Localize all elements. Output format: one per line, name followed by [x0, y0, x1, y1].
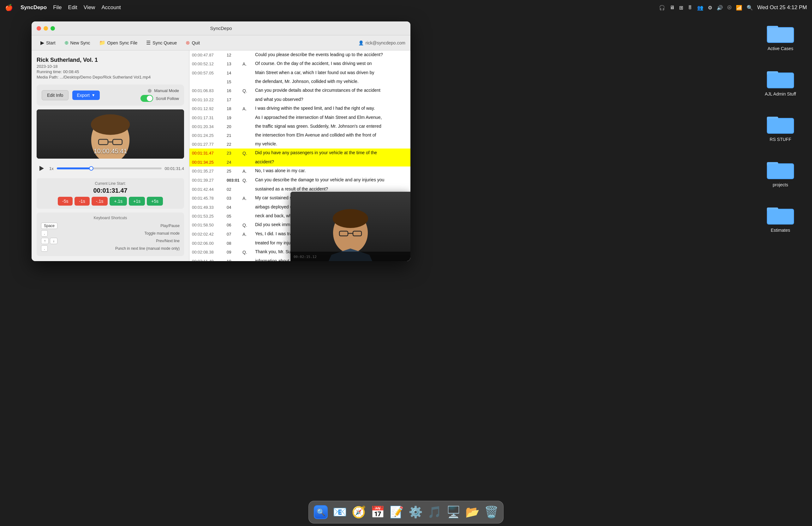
menu-appname[interactable]: SyncDepo: [20, 4, 47, 11]
table-row[interactable]: 00:00:57.0514Main Street when a car, whi…: [189, 69, 410, 77]
dock-finder[interactable]: 🔍: [312, 503, 330, 521]
dock-calendar[interactable]: 📅: [369, 503, 387, 521]
transcript-line-number: 15: [227, 78, 243, 85]
progress-thumb[interactable]: [89, 166, 93, 170]
table-row[interactable]: 00:01:39.27003:01Q.Can you describe the …: [189, 176, 410, 185]
progress-bar[interactable]: [57, 167, 162, 169]
menubar: 🍎 SyncDepo File Edit View Account 🎧 🖥 ⊞ …: [0, 0, 812, 15]
table-row[interactable]: 00:01:17.3119As I approached the interse…: [189, 113, 410, 122]
sync-queue-button[interactable]: ☰ Sync Queue: [142, 38, 180, 48]
transcript-speaker: A.: [243, 105, 255, 112]
table-row[interactable]: 00:01:31.4723Q.Did you have any passenge…: [189, 149, 410, 158]
transcript-text: I was driving within the speed limit, an…: [255, 105, 408, 111]
dock-terminal[interactable]: 🖥️: [445, 503, 462, 521]
edit-info-button[interactable]: Edit Info: [42, 90, 69, 100]
transcript-speaker: Q.: [243, 177, 255, 184]
transcript-line-number: 20: [227, 123, 243, 130]
dock-files[interactable]: 📂: [463, 503, 481, 521]
table-row[interactable]: 00:01:34.2524accident?: [189, 158, 410, 166]
transcript-time: 00:01:17.31: [192, 114, 227, 121]
apple-menu[interactable]: 🍎: [5, 4, 13, 11]
table-row[interactable]: 15the defendant, Mr. Johnson, collided w…: [189, 77, 410, 86]
transcript-text: accident?: [255, 159, 408, 165]
table-row[interactable]: 00:01:10.2217and what you observed?: [189, 95, 410, 104]
folder-projects[interactable]: projects: [762, 158, 799, 187]
offset-minus-point1s[interactable]: -.1s: [91, 197, 108, 206]
offset-buttons: -5s -1s -.1s +.1s +1s +5s: [41, 197, 180, 206]
dock-notes[interactable]: 📝: [388, 503, 405, 521]
transcript-speaker: A.: [243, 167, 255, 175]
svg-rect-6: [768, 73, 793, 88]
window-maximize-btn[interactable]: [50, 26, 55, 31]
window-close-btn[interactable]: [37, 26, 41, 31]
apps-icon: ⚙: [708, 5, 712, 11]
window-titlebar: SyncDepo: [32, 21, 410, 35]
table-row[interactable]: 00:01:27.7722my vehicle.: [189, 140, 410, 149]
new-sync-button[interactable]: ⊕ New Sync: [61, 38, 94, 48]
playback-speed[interactable]: 1x: [49, 166, 54, 171]
play-button[interactable]: [37, 164, 46, 173]
folder-active-cases[interactable]: Active Cases: [762, 21, 799, 51]
table-row[interactable]: 00:01:35.2725A.No, I was alone in my car…: [189, 166, 410, 176]
shortcut-key-space: Space: [41, 223, 57, 229]
faces-icon: 👥: [697, 5, 704, 11]
search-icon[interactable]: 🔍: [746, 5, 753, 11]
menubar-right: 🎧 🖥 ⊞ 🎚 👥 ⚙ 🔊 ⦾ 📶 🔍 Wed Oct 25 4:12 PM: [659, 0, 807, 15]
transcript-speaker: [243, 212, 255, 213]
dock-trash[interactable]: 🗑️: [482, 503, 500, 521]
scroll-follow-row[interactable]: Scroll Follow: [141, 95, 179, 102]
transcript-speaker: [243, 186, 255, 186]
svg-point-32: [333, 209, 368, 228]
window-title: SyncDepo: [210, 26, 232, 31]
menu-edit[interactable]: Edit: [68, 4, 77, 11]
table-row[interactable]: 00:01:20.3420the traffic signal was gree…: [189, 122, 410, 131]
quit-button[interactable]: ⊗ Quit: [182, 38, 204, 48]
transcript-line-number: 08: [227, 240, 243, 246]
transcript-time: 00:01:06.83: [192, 87, 227, 94]
open-sync-file-button[interactable]: 📁 Open Sync File: [95, 38, 142, 48]
menu-view[interactable]: View: [84, 4, 95, 11]
transcript-text: my vehicle.: [255, 141, 408, 147]
transcript-line-number: 21: [227, 132, 243, 139]
transcript-line-number: 16: [227, 87, 243, 94]
manual-mode-indicator: [148, 89, 151, 93]
window-controls: [37, 26, 55, 31]
offset-minus-5s[interactable]: -5s: [58, 197, 73, 206]
offset-plus-point1s[interactable]: +.1s: [110, 197, 127, 206]
dock-music[interactable]: 🎵: [425, 503, 443, 521]
transcript-text: sustained as a result of the accident?: [255, 186, 408, 192]
table-row[interactable]: 00:01:12.9218A.I was driving within the …: [189, 104, 410, 113]
document-date: 2023-10-18: [37, 64, 184, 69]
dock-safari[interactable]: 🧭: [350, 503, 367, 521]
folder-estimates[interactable]: Estimates: [762, 203, 799, 233]
mode-controls: Manual Mode Scroll Follow: [141, 88, 179, 102]
dock-mail[interactable]: 📧: [331, 503, 349, 521]
start-button[interactable]: ▶ Start: [37, 38, 59, 48]
table-row[interactable]: 00:00:52.1213A.Of course. On the day of …: [189, 59, 410, 69]
scroll-follow-toggle[interactable]: [141, 95, 153, 102]
menu-file[interactable]: File: [53, 4, 61, 11]
menu-account[interactable]: Account: [101, 4, 120, 11]
offset-plus-5s[interactable]: +5s: [147, 197, 163, 206]
manual-mode-row: Manual Mode: [148, 88, 179, 93]
shortcuts-title: Keyboard Shortcuts: [41, 216, 180, 220]
shortcut-row-prevnext: ↑ ↓ Prev/Next line: [41, 238, 180, 244]
table-row[interactable]: 00:01:06.8316Q.Can you provide details a…: [189, 86, 410, 95]
svg-rect-9: [768, 119, 793, 133]
window-minimize-btn[interactable]: [44, 26, 48, 31]
folder-icon-active-cases: [766, 21, 795, 44]
offset-plus-1s[interactable]: +1s: [129, 197, 145, 206]
folder-rs-stuff[interactable]: RS STUFF: [762, 112, 799, 142]
transcript-text: Did you have any passengers in your vehi…: [255, 149, 408, 156]
transcript-text: the defendant, Mr. Johnson, collided wit…: [255, 78, 408, 85]
export-button[interactable]: Export ▼: [72, 90, 99, 100]
table-row[interactable]: 00:00:47.8712Could you please describe t…: [189, 50, 410, 59]
transcript-time: 00:01:53.25: [192, 212, 227, 220]
folder-icon-ajl: [766, 67, 795, 89]
transcript-text: Main Street when a car, which I later fo…: [255, 70, 408, 76]
offset-minus-1s[interactable]: -1s: [74, 197, 89, 206]
table-row[interactable]: 00:01:24.2521the intersection from Elm A…: [189, 131, 410, 140]
dock-settings[interactable]: ⚙️: [407, 503, 424, 521]
transcript-line-number: 06: [227, 221, 243, 228]
folder-ajl[interactable]: AJL Admin Stuff: [762, 67, 799, 96]
